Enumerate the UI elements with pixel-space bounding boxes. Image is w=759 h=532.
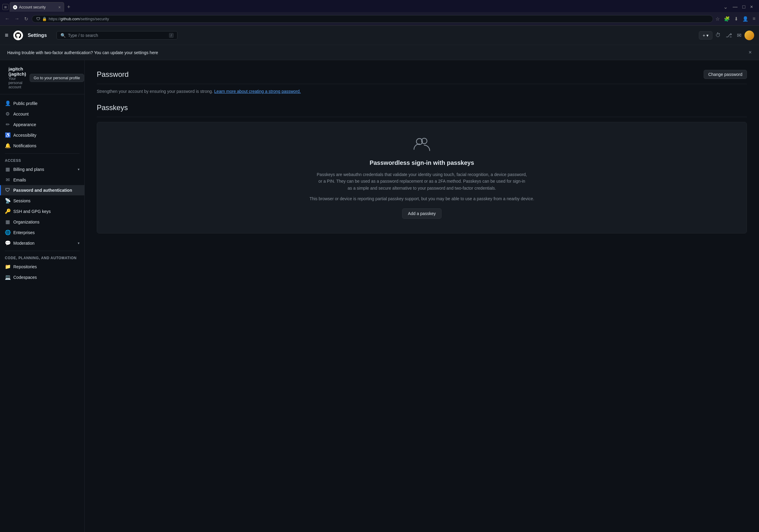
passkeys-card-desc: Passkeys are webauthn credentials that v…: [316, 171, 528, 191]
content-area: Password Change password Strengthen your…: [85, 60, 759, 532]
sidebar-label-billing: Billing and plans: [13, 167, 44, 172]
bell-icon: 🔔: [5, 143, 10, 148]
change-password-button[interactable]: Change password: [704, 70, 747, 79]
chevron-down-icon: ▾: [706, 33, 708, 38]
passkeys-card-note: This browser or device is reporting part…: [104, 196, 739, 201]
accessibility-icon: ♿: [5, 132, 10, 138]
go-to-profile-button[interactable]: Go to your personal profile: [30, 74, 84, 82]
user-avatar-header[interactable]: [744, 30, 754, 40]
sidebar-divider-1: [5, 153, 80, 154]
star-icon[interactable]: ☆: [715, 16, 720, 22]
sidebar-label-codespaces: Codespaces: [13, 275, 37, 280]
passkeys-card: Passwordless sign-in with passkeys Passk…: [97, 122, 747, 233]
passkeys-card-icon: [104, 137, 739, 154]
search-slash: /: [169, 33, 174, 38]
address-bar[interactable]: 🛡 🔒 https://github.com/settings/security: [32, 15, 713, 23]
search-container: 🔍 Type / to search /: [57, 31, 178, 40]
timer-icon[interactable]: ⏱: [714, 30, 723, 40]
reload-button[interactable]: ↻: [23, 15, 29, 23]
sidebar-label-account: Account: [13, 112, 29, 116]
shield-icon: 🛡: [36, 17, 40, 21]
github-logo[interactable]: [13, 30, 23, 40]
sidebar-item-organizations[interactable]: ▦ Organizations: [0, 217, 84, 227]
sidebar-label-organizations: Organizations: [13, 220, 39, 225]
sidebar-item-emails[interactable]: ✉ Emails: [0, 175, 84, 185]
main-layout: jagitch (jagitch) Your personal account …: [0, 60, 759, 532]
paintbrush-icon: ✏: [5, 122, 10, 127]
back-button[interactable]: ←: [4, 15, 11, 23]
repo-icon: 📁: [5, 264, 10, 269]
sidebar-label-emails: Emails: [13, 178, 26, 183]
forward-button[interactable]: →: [13, 15, 20, 23]
sidebar-item-enterprises[interactable]: 🌐 Enterprises: [0, 227, 84, 238]
sidebar-item-codespaces[interactable]: 💻 Codespaces: [0, 272, 84, 282]
tab-bar: ⊞ ● Account security × + ⌄ — □ ×: [0, 0, 759, 12]
password-desc-link[interactable]: Learn more about creating a strong passw…: [214, 89, 300, 94]
sidebar-item-moderation[interactable]: 💬 Moderation ▾: [0, 238, 84, 248]
inbox-icon[interactable]: ✉: [735, 30, 743, 41]
sidebar-label-appearance: Appearance: [13, 122, 36, 127]
sidebar-item-sessions[interactable]: 📡 Sessions: [0, 195, 84, 206]
restore-button[interactable]: □: [742, 4, 745, 10]
profile-icon[interactable]: 👤: [742, 16, 748, 22]
sidebar-label-public-profile: Public profile: [13, 101, 37, 106]
banner-close-button[interactable]: ×: [748, 49, 752, 56]
user-full-name: jagitch (jagitch): [9, 66, 26, 76]
minimize-button[interactable]: —: [733, 4, 738, 10]
hamburger-menu-button[interactable]: ≡: [5, 32, 9, 39]
add-passkey-button[interactable]: Add a passkey: [402, 208, 442, 219]
sidebar-item-notifications[interactable]: 🔔 Notifications: [0, 140, 84, 151]
close-button[interactable]: ×: [750, 4, 753, 10]
search-icon: 🔍: [60, 33, 65, 38]
download-icon[interactable]: ⬇: [734, 16, 738, 22]
create-button[interactable]: + ▾: [699, 31, 712, 40]
menu-icon[interactable]: ≡: [753, 16, 755, 22]
sidebar-item-accessibility[interactable]: ♿ Accessibility: [0, 130, 84, 140]
passkeys-card-title: Passwordless sign-in with passkeys: [104, 159, 739, 166]
sidebar-label-accessibility: Accessibility: [13, 133, 36, 138]
sidebar-item-public-profile[interactable]: 👤 Public profile: [0, 98, 84, 108]
app-header: ≡ Settings 🔍 Type / to search / + ▾ ⏱ ⎇ …: [0, 26, 759, 45]
user-section: jagitch (jagitch) Your personal account …: [0, 66, 84, 94]
tab-title: Account security: [19, 5, 46, 9]
sidebar-item-repositories[interactable]: 📁 Repositories: [0, 261, 84, 272]
org-icon: ▦: [5, 219, 10, 225]
passkeys-section: Passkeys Passwordless sign-in with passk…: [97, 103, 747, 233]
sidebar-label-password-auth: Password and authentication: [13, 188, 72, 193]
active-tab[interactable]: ● Account security ×: [10, 2, 64, 12]
banner-text: Having trouble with two-factor authentic…: [7, 50, 158, 55]
sessions-icon: 📡: [5, 198, 10, 204]
lock-icon: 🔒: [42, 17, 47, 21]
nav-right-icons: ☆ 🧩 ⬇ 👤 ≡: [715, 16, 755, 22]
search-placeholder: Type / to search: [68, 33, 98, 38]
app-title: Settings: [28, 33, 47, 38]
tab-close-button[interactable]: ×: [59, 5, 61, 10]
moderation-icon: 💬: [5, 240, 10, 246]
new-tab-button[interactable]: +: [65, 4, 72, 10]
billing-icon: ▦: [5, 166, 10, 172]
gear-icon: ⚙: [5, 111, 10, 117]
extensions-icon[interactable]: 🧩: [724, 16, 730, 22]
sidebar-divider-2: [5, 251, 80, 251]
sidebar-item-account[interactable]: ⚙ Account: [0, 108, 84, 119]
pull-request-icon[interactable]: ⎇: [724, 30, 734, 41]
sidebar-item-password-auth[interactable]: 🛡 Password and authentication: [0, 185, 84, 195]
sidebar-item-appearance[interactable]: ✏ Appearance: [0, 119, 84, 130]
sidebar: jagitch (jagitch) Your personal account …: [0, 60, 85, 532]
sidebar-item-billing[interactable]: ▦ Billing and plans ▾: [0, 164, 84, 175]
tab-more-button[interactable]: ⌄: [723, 4, 728, 10]
sidebar-label-moderation: Moderation: [13, 241, 34, 246]
search-box[interactable]: 🔍 Type / to search /: [57, 31, 178, 40]
access-section-label: Access: [0, 156, 84, 164]
password-desc: Strengthen your account by ensuring your…: [97, 89, 747, 94]
sidebar-label-enterprises: Enterprises: [13, 230, 35, 235]
password-title: Password: [97, 70, 129, 79]
codespaces-icon: 💻: [5, 274, 10, 280]
browser-chrome: ⊞ ● Account security × + ⌄ — □ × ← → ↻ 🛡…: [0, 0, 759, 26]
sidebar-label-notifications: Notifications: [13, 143, 36, 148]
chevron-down-icon-2: ▾: [78, 241, 80, 245]
sidebar-item-ssh-gpg[interactable]: 🔑 SSH and GPG keys: [0, 206, 84, 217]
password-section-header: Password Change password: [97, 70, 747, 79]
user-subtitle: Your personal account: [9, 76, 26, 89]
password-section: Password Change password Strengthen your…: [97, 70, 747, 94]
